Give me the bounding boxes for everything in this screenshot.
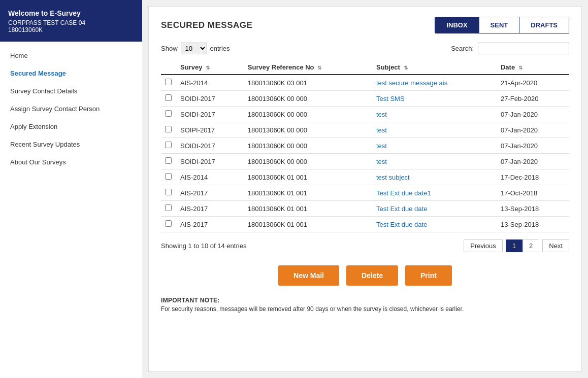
sidebar-item-apply-extension[interactable]: Apply Extension xyxy=(0,118,142,135)
new-mail-button[interactable]: New Mail xyxy=(278,265,339,286)
pagination-row: Showing 1 to 10 of 14 entries Previous 1… xyxy=(161,237,569,254)
row-checkbox[interactable] xyxy=(165,142,172,148)
row-subject[interactable]: Test Ext due date xyxy=(372,201,497,217)
next-button[interactable]: Next xyxy=(542,239,569,252)
table-row: SOIDI-2017180013060K 00 000Test SMS27-Fe… xyxy=(161,91,569,107)
sidebar-header: Welcome to E-Survey CORPPASS TEST CASE 0… xyxy=(0,0,142,42)
sidebar-item-about-our-surveys[interactable]: About Our Surveys xyxy=(0,153,142,171)
row-checkbox[interactable] xyxy=(165,157,172,164)
row-checkbox[interactable] xyxy=(165,110,172,117)
row-date: 17-Dec-2018 xyxy=(497,169,569,185)
table-row: AIS-2017180013060K 01 001Test Ext due da… xyxy=(161,217,569,232)
table-row: SOIPI-2017180013060K 00 000test07-Jan-20… xyxy=(161,122,569,138)
row-date: 07-Jan-2020 xyxy=(497,154,569,169)
tab-inbox[interactable]: INBOX xyxy=(435,17,479,33)
row-date: 07-Jan-2020 xyxy=(497,107,569,122)
action-row: New Mail Delete Print xyxy=(161,265,569,286)
row-ref: 180013060K 00 000 xyxy=(244,138,372,154)
row-ref: 180013060K 03 001 xyxy=(244,75,372,91)
table-head: Survey ⇅ Survey Reference No ⇅ Subject ⇅… xyxy=(161,59,569,75)
note-title: IMPORTANT NOTE: xyxy=(161,297,569,304)
row-survey: AIS-2017 xyxy=(176,217,244,232)
tab-group: INBOXSENTDRAFTS xyxy=(435,17,569,33)
row-subject[interactable]: test xyxy=(372,154,497,169)
table-row: AIS-2014180013060K 01 001test subject17-… xyxy=(161,169,569,185)
sort-icon-subject: ⇅ xyxy=(404,65,408,71)
sort-icon-ref: ⇅ xyxy=(317,65,321,71)
entries-select[interactable]: 102550100 xyxy=(181,43,207,54)
search-row: Search: xyxy=(451,43,569,54)
table-header-row: Survey ⇅ Survey Reference No ⇅ Subject ⇅… xyxy=(161,59,569,75)
table-row: AIS-2014180013060K 03 001test secure mes… xyxy=(161,75,569,91)
page-number-2[interactable]: 2 xyxy=(522,239,539,252)
welcome-text: Welcome to E-Survey xyxy=(8,9,134,17)
corp-id: 180013060K xyxy=(8,26,134,33)
sidebar-item-secured-message[interactable]: Secured Message xyxy=(0,64,142,82)
note-body: For security reasons, messages will be r… xyxy=(161,305,569,313)
row-ref: 180013060K 01 001 xyxy=(244,201,372,217)
row-subject[interactable]: test xyxy=(372,107,497,122)
row-survey: SOIPI-2017 xyxy=(176,122,244,138)
table-row: AIS-2017180013060K 01 001Test Ext due da… xyxy=(161,185,569,201)
row-survey: SOIDI-2017 xyxy=(176,107,244,122)
col-subject[interactable]: Subject ⇅ xyxy=(372,59,497,75)
search-label: Search: xyxy=(451,45,474,52)
top-bar: SECURED MESSAGE INBOXSENTDRAFTS xyxy=(161,17,569,33)
row-checkbox[interactable] xyxy=(165,79,172,85)
row-checkbox[interactable] xyxy=(165,189,172,195)
row-date: 07-Jan-2020 xyxy=(497,138,569,154)
main-content: SECURED MESSAGE INBOXSENTDRAFTS Show 102… xyxy=(148,6,582,372)
sidebar-item-home[interactable]: Home xyxy=(0,47,142,64)
row-subject[interactable]: Test Ext due date xyxy=(372,217,497,232)
table-row: AIS-2017180013060K 01 001Test Ext due da… xyxy=(161,201,569,217)
delete-button[interactable]: Delete xyxy=(346,265,398,286)
entries-label: entries xyxy=(210,45,230,52)
row-subject[interactable]: Test SMS xyxy=(372,91,497,107)
row-checkbox[interactable] xyxy=(165,173,172,180)
row-survey: AIS-2017 xyxy=(176,201,244,217)
sidebar-nav: HomeSecured MessageSurvey Contact Detail… xyxy=(0,42,142,176)
col-ref[interactable]: Survey Reference No ⇅ xyxy=(244,59,372,75)
search-input[interactable] xyxy=(478,43,569,54)
row-date: 13-Sep-2018 xyxy=(497,201,569,217)
show-label: Show xyxy=(161,45,178,52)
row-date: 21-Apr-2020 xyxy=(497,75,569,91)
row-date: 17-Oct-2018 xyxy=(497,185,569,201)
row-checkbox[interactable] xyxy=(165,126,172,132)
page-title: SECURED MESSAGE xyxy=(161,20,252,30)
sidebar-item-recent-survey-updates[interactable]: Recent Survey Updates xyxy=(0,135,142,153)
tab-drafts[interactable]: DRAFTS xyxy=(519,17,569,33)
messages-table: Survey ⇅ Survey Reference No ⇅ Subject ⇅… xyxy=(161,59,569,232)
row-checkbox[interactable] xyxy=(165,94,172,101)
table-row: SOIDI-2017180013060K 00 000test07-Jan-20… xyxy=(161,138,569,154)
page-number-1[interactable]: 1 xyxy=(506,239,522,252)
row-survey: SOIDI-2017 xyxy=(176,154,244,169)
sort-icon-date: ⇅ xyxy=(518,65,522,71)
row-date: 07-Jan-2020 xyxy=(497,122,569,138)
note-section: IMPORTANT NOTE: For security reasons, me… xyxy=(161,297,569,313)
table-body: AIS-2014180013060K 03 001test secure mes… xyxy=(161,75,569,232)
row-subject[interactable]: test subject xyxy=(372,169,497,185)
row-date: 27-Feb-2020 xyxy=(497,91,569,107)
showing-text: Showing 1 to 10 of 14 entries xyxy=(161,242,246,250)
row-subject[interactable]: test xyxy=(372,122,497,138)
prev-button[interactable]: Previous xyxy=(464,239,503,252)
controls-row: Show 102550100 entries Search: xyxy=(161,43,569,54)
row-checkbox[interactable] xyxy=(165,204,172,211)
tab-sent[interactable]: SENT xyxy=(479,17,520,33)
row-survey: SOIDI-2017 xyxy=(176,91,244,107)
row-subject[interactable]: Test Ext due date1 xyxy=(372,185,497,201)
row-survey: AIS-2014 xyxy=(176,75,244,91)
row-checkbox[interactable] xyxy=(165,220,172,227)
sidebar-item-assign-survey-contact-person[interactable]: Assign Survey Contact Person xyxy=(0,100,142,118)
table-row: SOIDI-2017180013060K 00 000test07-Jan-20… xyxy=(161,154,569,169)
col-date[interactable]: Date ⇅ xyxy=(497,59,569,75)
row-ref: 180013060K 00 000 xyxy=(244,122,372,138)
row-subject[interactable]: test xyxy=(372,138,497,154)
row-subject[interactable]: test secure message ais xyxy=(372,75,497,91)
print-button[interactable]: Print xyxy=(405,265,452,286)
page-numbers: 12 xyxy=(506,239,539,252)
sidebar-item-survey-contact-details[interactable]: Survey Contact Details xyxy=(0,82,142,100)
col-check xyxy=(161,59,176,75)
col-survey[interactable]: Survey ⇅ xyxy=(176,59,244,75)
